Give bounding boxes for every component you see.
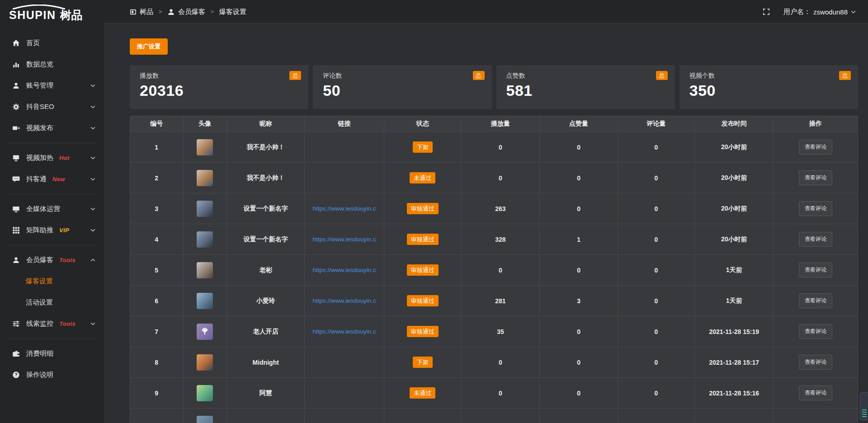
table-row: 7老人开店https://www.iesdouyin.c审核通过35002021… (130, 316, 858, 347)
status-badge: 下架 (413, 141, 433, 153)
cell-actions: 查看评论 (774, 255, 858, 286)
gear-icon (12, 103, 20, 111)
breadcrumb-label: 爆客设置 (219, 8, 246, 16)
view-comments-button[interactable]: 查看评论 (799, 201, 832, 216)
sidebar-item-douketong[interactable]: 抖客通New (0, 169, 104, 190)
cell-link (305, 347, 384, 378)
sidebar-subitem-baoke-settings[interactable]: 爆客设置 (0, 271, 104, 292)
chevron-down-icon (90, 155, 96, 161)
sidebar-subitem-activity-settings[interactable]: 活动设置 (0, 292, 104, 313)
cell-status: 审核通过 (384, 224, 461, 255)
view-comments-button[interactable]: 查看评论 (799, 293, 832, 308)
svg-text:?: ? (14, 372, 17, 377)
stat-card-value: 350 (689, 82, 848, 99)
video-link[interactable]: https://www.iesdouyin.c (305, 328, 383, 335)
status-badge: 审核通过 (407, 326, 439, 337)
avatar (197, 293, 213, 309)
cell-status: 审核通过 (384, 316, 461, 347)
cell-link (305, 132, 384, 163)
video-link[interactable]: https://www.iesdouyin.c (305, 205, 383, 212)
cell-avatar (183, 316, 227, 347)
view-comments-button[interactable]: 查看评论 (799, 140, 832, 155)
table-header-row: 编号头像昵称链接状态播放量点赞量评论量发布时间操作 (130, 116, 858, 132)
cell-actions: 查看评论 (774, 163, 858, 193)
view-comments-button[interactable]: 查看评论 (799, 385, 832, 400)
floating-tool-widget[interactable] (860, 392, 868, 420)
cell-likes: 1 (540, 224, 618, 255)
view-comments-button[interactable]: 查看评论 (799, 232, 832, 247)
view-comments-button[interactable]: 查看评论 (799, 355, 832, 370)
avatar (197, 324, 213, 340)
logo-text-cn: 树品 (60, 9, 82, 21)
status-badge: 未通过 (410, 172, 435, 183)
cell-id: 6 (130, 286, 184, 316)
avatar (197, 385, 213, 401)
cell-likes: 0 (540, 255, 618, 286)
column-header: 发布时间 (695, 116, 774, 132)
table-row (130, 409, 858, 423)
video-link[interactable]: https://www.iesdouyin.c (305, 267, 383, 273)
cell-link: https://www.iesdouyin.c (305, 224, 384, 255)
sidebar-item-home[interactable]: 首页 (0, 33, 104, 54)
sidebar-item-account-management[interactable]: 账号管理 (0, 75, 104, 96)
view-comments-button[interactable]: 查看评论 (799, 170, 832, 185)
status-badge: 审核通过 (407, 203, 439, 214)
table-row: 8Midnight下架0002021-11-28 15:17查看评论 (130, 347, 858, 378)
widget-bar (862, 416, 867, 417)
grid-icon (12, 226, 20, 234)
cell-id: 7 (130, 316, 184, 347)
sidebar-item-clue-monitor[interactable]: 线索监控Tools (0, 313, 104, 334)
view-comments-button[interactable]: 查看评论 (799, 263, 832, 277)
cell-status: 审核通过 (384, 286, 461, 316)
sidebar-item-media-operation[interactable]: 全媒体运营 (0, 198, 104, 220)
breadcrumb-item[interactable]: 会员爆客 (167, 8, 205, 16)
stat-card-value: 20316 (140, 82, 298, 99)
avatar (197, 201, 213, 217)
cell-comments: 0 (618, 316, 695, 347)
sidebar-item-video-heat[interactable]: 视频加热Hot (0, 147, 104, 169)
user-menu[interactable]: 用户名： zswodun88 (783, 8, 856, 16)
chevron-down-icon (90, 227, 96, 233)
table-row: 9阿慧未通过0002021-11-28 15:16查看评论 (130, 378, 858, 409)
fullscreen-icon[interactable] (763, 8, 770, 15)
cell-id: 1 (130, 132, 184, 163)
cell-nickname: 老人开店 (227, 316, 305, 347)
video-link[interactable]: https://www.iesdouyin.c (305, 236, 383, 243)
cell-publish-time: 2021-11-28 15:16 (695, 378, 774, 409)
breadcrumb-label: 树品 (140, 8, 153, 16)
table-row: 2我不是小帅！未通过00020小时前查看评论 (130, 163, 858, 193)
breadcrumb-item[interactable]: 树品 (130, 8, 153, 16)
cell-avatar (183, 347, 227, 378)
chevron-up-icon (90, 257, 96, 263)
sidebar-item-data-overview[interactable]: 数据总览 (0, 54, 104, 75)
column-header: 播放量 (461, 116, 540, 132)
cell-plays: 35 (461, 316, 540, 347)
status-badge: 审核通过 (407, 295, 439, 306)
cell-link: https://www.iesdouyin.c (305, 316, 384, 347)
cell-likes: 0 (540, 193, 618, 224)
chevron-down-icon (90, 83, 96, 89)
view-comments-button[interactable]: 查看评论 (799, 324, 832, 339)
sidebar-item-operation-guide[interactable]: ?操作说明 (0, 364, 104, 385)
question-icon: ? (12, 371, 20, 379)
sidebar-item-matrix-boost[interactable]: 矩阵助推VIP (0, 220, 104, 241)
sidebar-item-consumption-detail[interactable]: 消费明细 (0, 343, 104, 364)
cell-comments: 0 (618, 255, 695, 286)
promo-settings-button[interactable]: 推广设置 (130, 38, 168, 55)
cell-avatar (183, 409, 227, 423)
cell-plays: 0 (461, 378, 540, 409)
sidebar-item-video-publish[interactable]: 视频发布 (0, 118, 104, 139)
sidebar-item-member-baoke[interactable]: 会员爆客Tools (0, 249, 104, 271)
cell-actions: 查看评论 (774, 286, 858, 316)
video-link[interactable]: https://www.iesdouyin.c (305, 297, 383, 304)
chart-icon (12, 61, 20, 68)
cell-actions (774, 409, 858, 423)
cell-id: 5 (130, 255, 184, 286)
sidebar-item-label: 全媒体运营 (26, 205, 60, 213)
sidebar-item-label: 数据总览 (26, 60, 53, 69)
sidebar-item-douyin-seo[interactable]: 抖音SEO (0, 96, 104, 118)
cell-id: 4 (130, 224, 184, 255)
cell-plays: 0 (461, 163, 540, 193)
breadcrumb-item[interactable]: 爆客设置 (219, 8, 246, 16)
cell-id: 2 (130, 163, 184, 193)
